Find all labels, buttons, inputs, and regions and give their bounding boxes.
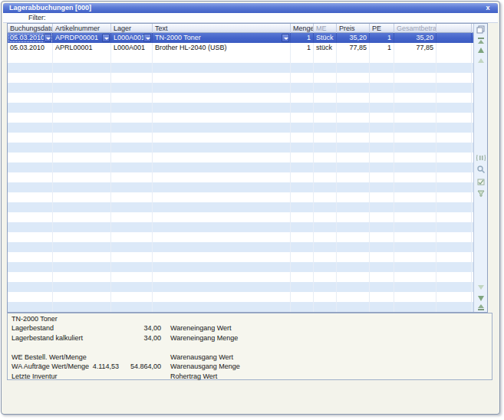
cell-text[interactable]: [153, 212, 291, 222]
cell-me[interactable]: [314, 172, 337, 182]
cell-gesamtbetrag[interactable]: 77,85: [394, 43, 436, 53]
column-chooser-icon[interactable]: [476, 25, 486, 34]
cell-filler[interactable]: [436, 73, 472, 83]
cell-me[interactable]: [314, 162, 337, 172]
cell-lager[interactable]: [111, 133, 153, 143]
cell-preis[interactable]: [337, 162, 370, 172]
cell-filler[interactable]: [436, 302, 472, 312]
cell-filler[interactable]: [436, 212, 472, 222]
table-row-empty[interactable]: [8, 63, 473, 73]
cell-gesamtbetrag[interactable]: 35,20: [394, 33, 436, 43]
cell-preis[interactable]: [337, 292, 370, 302]
table-row-empty[interactable]: [8, 302, 473, 312]
cell-text[interactable]: [153, 222, 291, 232]
cell-pe[interactable]: [370, 172, 394, 182]
cell-text[interactable]: [153, 272, 291, 282]
cell-gesamtbetrag[interactable]: [394, 222, 436, 232]
cell-filler[interactable]: [436, 172, 472, 182]
cell-pe[interactable]: 1: [370, 43, 394, 53]
cell-text[interactable]: [153, 242, 291, 252]
cell-menge[interactable]: [291, 292, 314, 302]
cell-buchungsdatum[interactable]: [8, 103, 53, 113]
cell-menge[interactable]: [291, 192, 314, 202]
cell-gesamtbetrag[interactable]: [394, 302, 436, 312]
table-row-empty[interactable]: [8, 162, 473, 172]
table-row-empty[interactable]: [8, 143, 473, 153]
cell-buchungsdatum[interactable]: [8, 252, 53, 262]
cell-text[interactable]: [153, 133, 291, 143]
cell-lager[interactable]: L000A001: [111, 43, 153, 53]
cell-artikelnummer[interactable]: [53, 172, 111, 182]
cell-filler[interactable]: [436, 143, 472, 153]
column-header-filler[interactable]: [436, 24, 472, 33]
cell-buchungsdatum[interactable]: [8, 113, 53, 123]
cell-pe[interactable]: 1: [370, 33, 394, 43]
cell-gesamtbetrag[interactable]: [394, 282, 436, 292]
dropdown-button[interactable]: [44, 34, 51, 42]
cell-preis[interactable]: [337, 113, 370, 123]
cell-filler[interactable]: [436, 103, 472, 113]
cell-menge[interactable]: 1: [291, 43, 314, 53]
cell-preis[interactable]: [337, 302, 370, 312]
cell-me[interactable]: [314, 262, 337, 272]
cell-pe[interactable]: [370, 212, 394, 222]
scroll-top-icon[interactable]: [476, 36, 486, 45]
cell-menge[interactable]: [291, 113, 314, 123]
cell-gesamtbetrag[interactable]: [394, 103, 436, 113]
cell-pe[interactable]: [370, 232, 394, 242]
cell-lager[interactable]: [111, 182, 153, 192]
cell-menge[interactable]: [291, 162, 314, 172]
cell-lager[interactable]: [111, 302, 153, 312]
cell-text[interactable]: [153, 202, 291, 212]
cell-lager[interactable]: L000A001: [111, 33, 153, 43]
table-row-empty[interactable]: [8, 192, 473, 202]
cell-buchungsdatum[interactable]: [8, 73, 53, 83]
cell-artikelnummer[interactable]: [53, 153, 111, 162]
cell-artikelnummer[interactable]: [53, 292, 111, 302]
cell-me[interactable]: [314, 73, 337, 83]
table-row-empty[interactable]: [8, 133, 473, 143]
cell-preis[interactable]: [337, 252, 370, 262]
cell-lager[interactable]: [111, 232, 153, 242]
cell-me[interactable]: [314, 272, 337, 282]
cell-gesamtbetrag[interactable]: [394, 252, 436, 262]
table-row-empty[interactable]: [8, 103, 473, 113]
cell-pe[interactable]: [370, 103, 394, 113]
cell-me[interactable]: [314, 212, 337, 222]
cell-buchungsdatum[interactable]: [8, 262, 53, 272]
cell-buchungsdatum[interactable]: [8, 212, 53, 222]
cell-gesamtbetrag[interactable]: [394, 93, 436, 103]
cell-text[interactable]: [153, 103, 291, 113]
cell-gesamtbetrag[interactable]: [394, 242, 436, 252]
table-row[interactable]: 05.03.2010APRL00001L000A001Brother HL-20…: [8, 43, 473, 53]
cell-artikelnummer[interactable]: APRL00001: [53, 43, 111, 53]
column-header-lager[interactable]: Lager: [111, 24, 153, 33]
cell-me[interactable]: [314, 123, 337, 133]
cell-menge[interactable]: [291, 242, 314, 252]
cell-me[interactable]: [314, 153, 337, 162]
title-bar[interactable]: Lagerabbuchungen [000] x: [3, 3, 498, 13]
cell-menge[interactable]: [291, 302, 314, 312]
cell-me[interactable]: stück: [314, 43, 337, 53]
cell-filler[interactable]: [436, 192, 472, 202]
cell-me[interactable]: [314, 103, 337, 113]
cell-preis[interactable]: [337, 272, 370, 282]
cell-buchungsdatum[interactable]: [8, 182, 53, 192]
cell-artikelnummer[interactable]: [53, 83, 111, 93]
cell-me[interactable]: [314, 63, 337, 73]
search-icon[interactable]: [476, 165, 486, 174]
cell-filler[interactable]: [436, 153, 472, 162]
cell-preis[interactable]: [337, 202, 370, 212]
cell-pe[interactable]: [370, 262, 394, 272]
cell-text[interactable]: [153, 63, 291, 73]
cell-text[interactable]: [153, 182, 291, 192]
table-row-empty[interactable]: [8, 282, 473, 292]
cell-lager[interactable]: [111, 162, 153, 172]
cell-buchungsdatum[interactable]: 05.03.2010: [8, 43, 53, 53]
cell-lager[interactable]: [111, 113, 153, 123]
cell-pe[interactable]: [370, 202, 394, 212]
cell-buchungsdatum[interactable]: [8, 123, 53, 133]
cell-menge[interactable]: [291, 282, 314, 292]
cell-filler[interactable]: [436, 252, 472, 262]
cell-gesamtbetrag[interactable]: [394, 83, 436, 93]
